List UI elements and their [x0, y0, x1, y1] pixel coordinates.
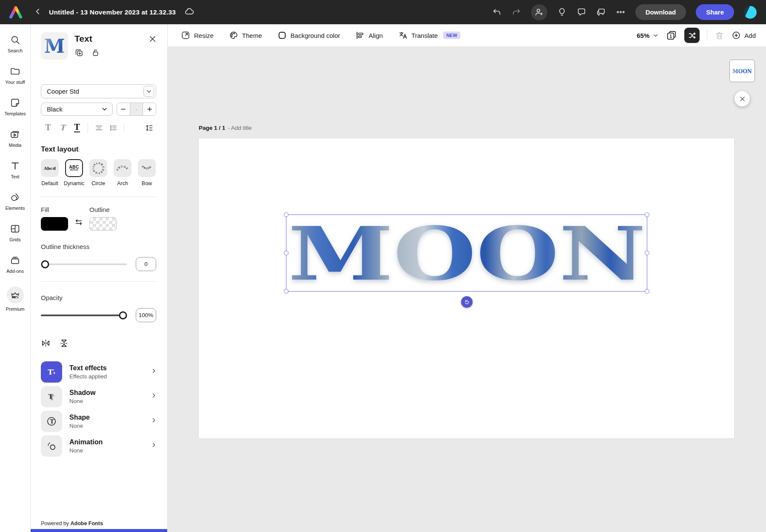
resize-handle-bottom-right[interactable]	[645, 289, 649, 294]
share-button[interactable]: Share	[696, 4, 734, 20]
svg-text:ABCDEFG: ABCDEFG	[114, 160, 129, 171]
swap-fill-outline-icon[interactable]	[74, 217, 83, 229]
download-button[interactable]: Download	[635, 4, 686, 20]
sidebar-item-text[interactable]: Text	[0, 160, 30, 179]
zoom-level-dropdown[interactable]: 65%	[637, 32, 659, 39]
list-button[interactable]	[106, 123, 120, 132]
chevron-down-icon	[143, 86, 154, 97]
close-thumbnail-button[interactable]	[735, 91, 750, 106]
opacity-value[interactable]: 100%	[136, 308, 156, 322]
sidebar-item-elements[interactable]: Elements	[0, 192, 30, 211]
suggestions-icon[interactable]	[557, 7, 567, 17]
resize-handle-bottom-left[interactable]	[284, 289, 289, 294]
flip-vertical-button[interactable]	[59, 338, 69, 348]
divider	[88, 123, 88, 132]
font-size-increase-button[interactable]	[143, 103, 156, 115]
chevron-right-icon	[151, 417, 157, 425]
text-align-button[interactable]	[91, 123, 106, 132]
selected-text-object[interactable]: MOON	[286, 215, 647, 292]
text-effects-row[interactable]: T Text effects Effects applied	[41, 361, 157, 383]
font-weight-select[interactable]: Black	[41, 103, 113, 116]
invite-collaborators-button[interactable]	[531, 4, 547, 20]
font-family-select[interactable]: Cooper Std	[41, 84, 156, 98]
rotate-handle[interactable]	[461, 296, 472, 308]
opacity-slider[interactable]	[41, 315, 127, 316]
sidebar-label: Text	[11, 174, 19, 179]
sidebar-item-add-ons[interactable]: Add-ons	[0, 255, 30, 274]
shape-row[interactable]: T Shape None	[41, 410, 157, 432]
underline-toggle[interactable]: T	[70, 123, 84, 132]
outline-color-swatch[interactable]	[89, 217, 117, 231]
page-thumbnail[interactable]: MOON	[729, 60, 755, 82]
sidebar-item-search[interactable]: Search	[0, 34, 30, 53]
duplicate-icon[interactable]	[74, 48, 83, 57]
redo-button[interactable]	[512, 7, 521, 17]
adobe-express-logo[interactable]	[9, 6, 23, 19]
add-page-button[interactable]: Add	[732, 31, 756, 40]
sidebar-item-grids[interactable]: Grids	[0, 223, 30, 242]
layout-option-arch[interactable]: ABCDEFG Arch	[114, 159, 131, 186]
slider-knob[interactable]	[41, 260, 49, 268]
avatar[interactable]	[744, 6, 757, 19]
italic-toggle[interactable]: T	[55, 124, 70, 132]
fill-color-swatch[interactable]	[41, 217, 68, 231]
resize-button[interactable]: Resize	[181, 31, 214, 40]
more-options-button[interactable]	[616, 7, 626, 17]
sidebar-item-templates[interactable]: Templates	[0, 97, 30, 116]
thumbnail-letter: M	[44, 35, 65, 57]
delete-button[interactable]	[715, 31, 724, 40]
resize-handle-mid-right[interactable]	[645, 251, 649, 255]
feedback-button[interactable]	[596, 7, 606, 17]
new-badge: NEW	[443, 31, 461, 39]
resize-handle-mid-left[interactable]	[284, 251, 289, 255]
sidebar-item-media[interactable]: Media	[0, 129, 30, 148]
bold-toggle[interactable]: T	[41, 124, 55, 132]
arrange-layers-button[interactable]	[684, 28, 700, 43]
theme-button[interactable]: Theme	[229, 31, 262, 40]
line-spacing-button[interactable]	[142, 123, 156, 132]
font-size-stepper: -	[117, 103, 156, 116]
sidebar-item-premium[interactable]: Premium	[0, 286, 30, 312]
left-rail: Search Your stuff Templates Media Text E…	[0, 24, 31, 532]
resize-icon	[181, 31, 190, 40]
topbar-actions: Download Share	[492, 4, 766, 20]
theme-icon	[229, 31, 238, 40]
powered-by-adobe-fonts: Powered by Adobe Fonts	[41, 521, 103, 526]
flip-horizontal-button[interactable]	[41, 338, 51, 348]
layout-option-dynamic[interactable]: ABCDEFGHI Dynamic	[65, 159, 83, 186]
chevron-down-icon	[652, 32, 659, 39]
slider-knob[interactable]	[119, 311, 127, 319]
unlock-icon[interactable]	[91, 48, 100, 57]
sidebar-label: Your stuff	[6, 80, 25, 85]
undo-button[interactable]	[492, 7, 502, 17]
resize-handle-top-right[interactable]	[645, 212, 649, 217]
panel-header: M Text	[41, 32, 156, 60]
layout-option-default[interactable]: Abcd Default	[41, 159, 59, 186]
sidebar-item-your-stuff[interactable]: Your stuff	[0, 66, 30, 85]
resize-handle-top-left[interactable]	[284, 212, 289, 217]
shadow-row[interactable]: TT Shadow None	[41, 386, 157, 407]
layout-option-circle[interactable]: ABCDEFGHIJKL Circle	[89, 159, 107, 186]
comment-button[interactable]	[577, 7, 586, 17]
outline-thickness-slider[interactable]	[41, 263, 127, 265]
panel-close-button[interactable]	[148, 34, 157, 45]
text-format-toolbar: T T T	[41, 122, 156, 133]
background-color-button[interactable]: Background color	[277, 31, 340, 40]
font-size-decrease-button[interactable]	[117, 103, 130, 115]
animation-row[interactable]: Animation None	[41, 435, 157, 457]
text-layout-options: Abcd Default ABCDEFGHI Dynamic ABCDEFGHI…	[41, 159, 157, 186]
layout-option-bow[interactable]: ABCDEFG Bow	[138, 159, 156, 186]
pages-button[interactable]	[666, 30, 677, 41]
back-button[interactable]	[34, 7, 42, 17]
text-effects-icon: T	[41, 361, 62, 383]
document-page[interactable]: MOON	[199, 138, 734, 438]
outline-thickness-value[interactable]: 0	[136, 257, 156, 271]
add-title-field[interactable]: - Add title	[228, 125, 252, 131]
chevron-down-icon	[101, 106, 108, 113]
align-button[interactable]: Align	[355, 31, 383, 40]
text-properties-panel: M Text Cooper Std Black - T T T	[31, 24, 168, 532]
translate-button[interactable]: Translate NEW	[398, 31, 461, 40]
font-size-input[interactable]: -	[130, 103, 143, 115]
text-layout-heading: Text layout	[41, 145, 157, 154]
document-title[interactable]: Untitled - 13 November 2023 at 12.32.33	[49, 9, 176, 16]
